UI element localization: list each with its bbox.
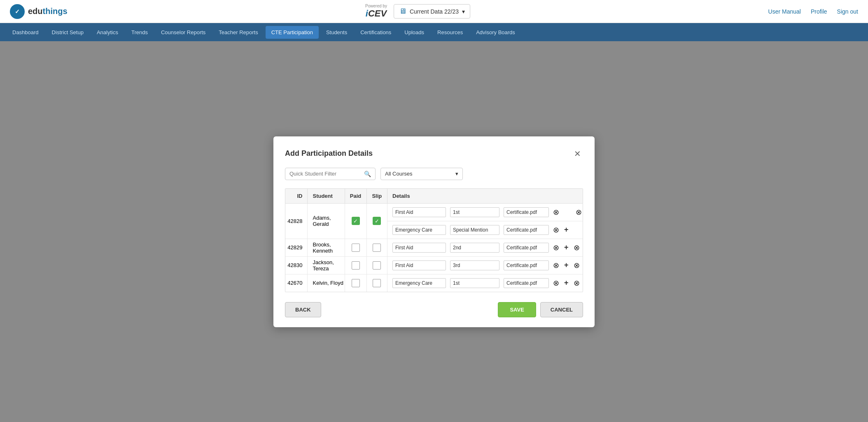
plus-icon: +	[564, 261, 569, 270]
remove-file-button[interactable]: ⊗	[552, 278, 560, 288]
nav-item-analytics[interactable]: Analytics	[91, 26, 124, 39]
chevron-down-icon: ▾	[462, 8, 465, 15]
student-id: 42828	[287, 218, 302, 224]
circle-x-icon: ⊗	[576, 208, 582, 217]
slip-checkbox[interactable]	[373, 279, 381, 287]
user-manual-link[interactable]: User Manual	[768, 8, 801, 15]
nav-item-students[interactable]: Students	[320, 26, 353, 39]
add-row-button[interactable]: +	[563, 278, 569, 288]
col-header-paid: Paid	[345, 189, 366, 204]
remove-file-button[interactable]: ⊗	[552, 260, 560, 271]
slip-checkbox[interactable]	[373, 244, 381, 252]
close-button[interactable]: ✕	[572, 148, 583, 159]
detail-place-input[interactable]	[450, 207, 499, 217]
nav-item-dashboard[interactable]: Dashboard	[7, 26, 44, 39]
back-button[interactable]: BACK	[285, 302, 321, 317]
student-id: 42829	[287, 244, 302, 251]
modal: Add Participation Details ✕ 🔍 All Course…	[273, 136, 595, 327]
detail-cell: ⊗ ⊗	[387, 203, 583, 221]
circle-x-icon: ⊗	[574, 243, 580, 252]
search-input[interactable]	[289, 171, 362, 177]
nav-item-counselor-reports[interactable]: Counselor Reports	[155, 26, 211, 39]
course-select-label: All Courses	[385, 171, 412, 177]
paid-checkbox[interactable]	[352, 261, 360, 270]
detail-course-input[interactable]	[392, 260, 446, 270]
modal-header: Add Participation Details ✕	[285, 148, 583, 159]
detail-file-input[interactable]	[504, 278, 549, 288]
add-row-button[interactable]: +	[563, 225, 569, 235]
remove-file-button[interactable]: ⊗	[552, 207, 560, 218]
top-right: User Manual Profile Sign out	[768, 8, 858, 15]
paid-checkbox[interactable]	[352, 279, 360, 287]
detail-file-input[interactable]	[504, 207, 549, 217]
data-icon: 🖥	[399, 7, 406, 16]
nav-item-cte-participation[interactable]: CTE Participation	[266, 26, 319, 39]
top-center: Powered by iCEV 🖥 Current Data 22/23 ▾	[365, 4, 470, 19]
nav-item-resources[interactable]: Resources	[432, 26, 469, 39]
remove-file-button[interactable]: ⊗	[552, 225, 560, 235]
detail-cell: ⊗ + ⊗	[387, 239, 583, 256]
remove-file-button[interactable]: ⊗	[552, 242, 560, 253]
paid-checkbox[interactable]	[352, 244, 360, 252]
search-box[interactable]: 🔍	[285, 168, 376, 180]
paid-checkbox[interactable]: ✓	[352, 217, 360, 225]
nav-item-trends[interactable]: Trends	[126, 26, 154, 39]
data-selector[interactable]: 🖥 Current Data 22/23 ▾	[394, 4, 470, 19]
nav-item-teacher-reports[interactable]: Teacher Reports	[213, 26, 264, 39]
circle-x-icon: ⊗	[553, 208, 559, 217]
nav-item-advisory-boards[interactable]: Advisory Boards	[470, 26, 521, 39]
profile-link[interactable]: Profile	[811, 8, 827, 15]
top-bar: ✓ eduthings Powered by iCEV 🖥 Current Da…	[0, 0, 868, 23]
slip-checkbox[interactable]	[373, 261, 381, 270]
student-id: 42830	[287, 262, 302, 268]
plus-icon: +	[564, 243, 569, 252]
detail-course-input[interactable]	[392, 207, 446, 217]
detail-place-input[interactable]	[450, 225, 499, 235]
detail-file-input[interactable]	[504, 243, 549, 253]
col-header-student: Student	[308, 189, 345, 204]
detail-course-input[interactable]	[392, 243, 446, 253]
table-wrapper: ID Student Paid Slip Details 42828	[285, 188, 583, 292]
nav-item-certifications[interactable]: Certifications	[355, 26, 397, 39]
table-row: 42828 Adams, Gerald ✓ ✓	[285, 203, 583, 221]
circle-x-icon: ⊗	[553, 225, 559, 234]
sign-out-link[interactable]: Sign out	[837, 8, 858, 15]
add-row-button[interactable]: +	[563, 242, 569, 253]
cancel-button[interactable]: CANCEL	[540, 302, 583, 317]
detail-course-input[interactable]	[392, 278, 446, 288]
filter-row: 🔍 All Courses ▾	[285, 168, 583, 180]
course-select[interactable]: All Courses ▾	[380, 168, 463, 180]
detail-file-input[interactable]	[504, 225, 549, 235]
detail-place-input[interactable]	[450, 243, 499, 253]
save-button[interactable]: SAVE	[498, 302, 536, 317]
detail-place-input[interactable]	[450, 278, 499, 288]
remove-row-button[interactable]: ⊗	[573, 278, 581, 288]
student-name: Adams, Gerald	[313, 215, 331, 227]
data-selector-label: Current Data 22/23	[410, 8, 459, 15]
detail-course-input[interactable]	[392, 225, 446, 235]
circle-x-icon: ⊗	[574, 261, 580, 270]
remove-row-button[interactable]: ⊗	[573, 260, 581, 271]
detail-cell-2: ⊗ +	[387, 221, 583, 239]
nav-item-uploads[interactable]: Uploads	[399, 26, 430, 39]
modal-footer: BACK SAVE CANCEL	[285, 302, 583, 317]
student-id: 42670	[287, 280, 302, 286]
icev-logo: iCEV	[365, 8, 387, 19]
logo-text: eduthings	[28, 7, 68, 16]
detail-cell: ⊗ + ⊗	[387, 274, 583, 292]
remove-row-button[interactable]: ⊗	[573, 242, 581, 253]
remove-row-button[interactable]: ⊗	[575, 207, 583, 218]
nav-item-district-setup[interactable]: District Setup	[46, 26, 89, 39]
detail-file-input[interactable]	[504, 260, 549, 270]
detail-cell: ⊗ + ⊗	[387, 256, 583, 274]
nav-bar: Dashboard District Setup Analytics Trend…	[0, 23, 868, 41]
col-header-slip: Slip	[366, 189, 387, 204]
table-row: 42670 Kelvin, Floyd	[285, 274, 583, 292]
circle-x-icon: ⊗	[553, 243, 559, 252]
plus-icon: +	[564, 225, 569, 234]
detail-place-input[interactable]	[450, 260, 499, 270]
slip-checkbox[interactable]: ✓	[373, 217, 381, 225]
modal-title: Add Participation Details	[285, 149, 373, 158]
search-icon: 🔍	[364, 171, 371, 177]
add-row-button[interactable]: +	[563, 260, 569, 270]
